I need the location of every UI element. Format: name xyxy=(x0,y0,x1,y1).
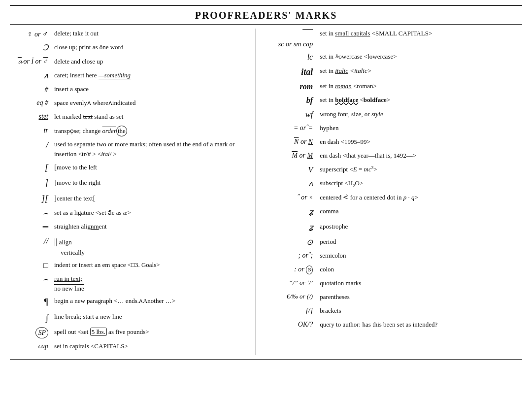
desc-new-para: begin a new paragraph <… ends.ʌAnother …… xyxy=(54,296,250,306)
desc-run-in: run in text; no new line xyxy=(54,274,250,293)
entry-transpose: tr transpọse; change orderthe xyxy=(10,126,250,136)
entry-align-vert: // || align vertically xyxy=(10,236,250,258)
entry-roman: rom set in roman <roman> xyxy=(266,81,522,92)
bottom-rule xyxy=(10,359,522,360)
entry-stet: stet let marked text stand as set xyxy=(10,112,250,123)
desc-line-break: line break; start a new line xyxy=(54,312,250,322)
entry-caret: ʌ caret; insert here —something xyxy=(10,70,250,81)
symbol-subscript: ʌ xyxy=(266,178,320,189)
symbol-brackets: [/] xyxy=(266,306,320,316)
symbol-stet: stet xyxy=(10,112,54,122)
entry-run-in: ⌢ run in text; no new line xyxy=(10,274,250,293)
symbol-transpose: tr xyxy=(10,126,54,135)
symbol-delete-close: 𝓪 or Ī or ♂ xyxy=(10,57,54,66)
symbol-run-in: ⌢ xyxy=(10,274,54,285)
desc-parentheses: parentheses xyxy=(320,292,522,302)
desc-boldface: set in boldface <boldface> xyxy=(320,95,522,105)
desc-delete-close: delete and close up xyxy=(54,57,250,66)
entry-delete-close: 𝓪 or Ī or ♂ delete and close up xyxy=(10,57,250,67)
entry-straighten: ═ straighten alignment xyxy=(10,222,250,233)
entry-semicolon: ; or ̂; semicolon xyxy=(266,251,522,262)
symbol-ligature: ⌢ xyxy=(10,208,54,219)
desc-colon: colon xyxy=(320,265,522,274)
symbol-move-left: [ xyxy=(10,162,54,174)
desc-small-caps: set in small capitals <SMALL CAPITALS> xyxy=(320,29,522,38)
symbol-indent: □ xyxy=(10,260,54,271)
desc-wrong-font: wrong font, size, or style xyxy=(320,109,522,119)
symbol-small-caps: sc or sm cap xyxy=(266,29,320,49)
desc-apostrophe: apostrophe xyxy=(320,222,522,232)
symbol-center: ][ xyxy=(10,193,54,205)
entry-small-caps: sc or sm cap set in small capitals <SMAL… xyxy=(266,29,522,49)
page-title: PROOFREADERS' MARKS xyxy=(10,5,522,25)
symbol-quotation-marks: “/” or ‘/’ xyxy=(266,278,320,287)
desc-insert-space: insert a space xyxy=(54,84,250,94)
page-wrapper: PROOFREADERS' MARKS ♀ or ♂ delete; take … xyxy=(10,5,522,360)
left-column: ♀ or ♂ delete; take it out Ɔ close up; p… xyxy=(10,29,256,355)
entry-query: OK/? query to author: has this been set … xyxy=(266,320,522,331)
content-area: ♀ or ♂ delete; take it out Ɔ close up; p… xyxy=(10,29,522,355)
desc-space-evenly: space evenlyʌ whereʌindicated xyxy=(54,98,250,108)
desc-hyphen: hyphen xyxy=(320,123,522,133)
desc-close-up: close up; print as ône word xyxy=(54,42,250,52)
symbol-boldface: bf xyxy=(266,95,320,106)
symbol-caret: ʌ xyxy=(10,70,54,81)
entry-en-dash: N or N en dash <1995–99> xyxy=(266,137,522,148)
right-column: sc or sm cap set in small capitals <SMAL… xyxy=(256,29,522,355)
desc-caret: caret; insert here —something xyxy=(54,70,250,80)
entry-subscript: ʌ subscript <H2O> xyxy=(266,178,522,189)
symbol-spell-out: SP xyxy=(10,327,54,339)
desc-move-right: ]move to the right xyxy=(54,177,250,188)
symbol-hyphen: = or ̂= xyxy=(266,123,320,133)
desc-capitals: set in capitals <CAPITALS> xyxy=(54,341,250,351)
desc-spell-out: spell out <set 5 lbs. as five pounds> xyxy=(54,327,250,337)
desc-semicolon: semicolon xyxy=(320,251,522,261)
symbol-insert-space: # xyxy=(10,84,54,95)
entry-colon: : or Θ colon xyxy=(266,265,522,275)
symbol-move-right: ] xyxy=(10,177,54,189)
desc-indent: indent or insert an em space <□3. Goals> xyxy=(54,260,250,270)
entry-ligature: ⌢ set as a ligature <set â̂e as æ> xyxy=(10,208,250,219)
symbol-query: OK/? xyxy=(266,320,320,330)
symbol-wrong-font: wf xyxy=(266,109,320,120)
symbol-slash: / xyxy=(10,139,54,152)
desc-query: query to author: has this been set as in… xyxy=(320,320,522,330)
desc-comma: comma xyxy=(320,206,522,216)
entry-hyphen: = or ̂= hyphen xyxy=(266,123,522,134)
entry-move-left: [ [move to the left xyxy=(10,162,250,174)
entry-quotation-marks: “/” or ‘/’ quotation marks xyxy=(266,278,522,289)
desc-straighten: straighten alignment xyxy=(54,222,250,232)
entry-move-right: ] ]move to the right xyxy=(10,177,250,189)
symbol-lowercase: lc xyxy=(266,52,320,63)
symbol-period: ⊙ xyxy=(266,237,320,248)
entry-new-para: ¶ begin a new paragraph <… ends.ʌAnother… xyxy=(10,296,250,308)
desc-subscript: subscript <H2O> xyxy=(320,178,522,189)
desc-em-dash: em dash <that year—that is, 1492—> xyxy=(320,151,522,161)
entry-brackets: [/] brackets xyxy=(266,306,522,317)
symbol-space-evenly: eq # xyxy=(10,98,54,108)
symbol-capitals: cap xyxy=(10,341,54,351)
entry-italic: ital set in italic <italic> xyxy=(266,66,522,78)
desc-align-vert: || align vertically xyxy=(54,236,250,258)
symbol-italic: ital xyxy=(266,66,320,78)
desc-brackets: brackets xyxy=(320,306,522,316)
desc-quotation-marks: quotation marks xyxy=(320,278,522,288)
entry-line-break: ∫ line break; start a new line xyxy=(10,312,250,324)
symbol-colon: : or Θ xyxy=(266,265,320,274)
desc-stet: let marked text stand as set xyxy=(54,112,250,122)
symbol-align-vert: // xyxy=(10,236,54,247)
entry-insert-space: # insert a space xyxy=(10,84,250,95)
entry-space-evenly: eq # space evenlyʌ whereʌindicated xyxy=(10,98,250,109)
desc-ligature: set as a ligature <set â̂e as æ> xyxy=(54,208,250,218)
symbol-apostrophe: ʑ xyxy=(266,222,320,234)
desc-en-dash: en dash <1995–99> xyxy=(320,137,522,147)
desc-slash: used to separate two or more marks; ofte… xyxy=(54,139,250,159)
entry-delete: ♀ or ♂ delete; take it out xyxy=(10,29,250,39)
desc-superscript: superscript <E = mc3> xyxy=(320,165,522,174)
entry-apostrophe: ʑ apostrophe xyxy=(266,222,522,234)
entry-comma: ʑ comma xyxy=(266,206,522,219)
symbol-new-para: ¶ xyxy=(10,296,54,308)
desc-centered: centered <̂ for a centered dot in p · q> xyxy=(320,193,522,202)
desc-move-left: [move to the left xyxy=(54,162,250,173)
desc-center: ]center the text[ xyxy=(54,193,250,204)
